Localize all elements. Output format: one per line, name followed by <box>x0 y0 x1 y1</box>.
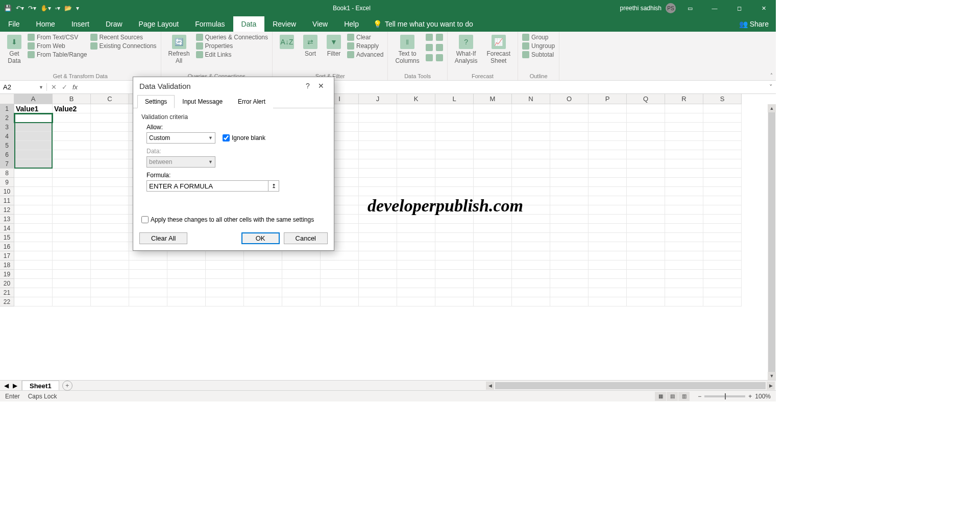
cell[interactable] <box>14 233 53 242</box>
undo-icon[interactable]: ↶▾ <box>16 5 24 12</box>
cell[interactable] <box>512 187 550 196</box>
qat-customize-icon[interactable]: ▾ <box>76 5 79 12</box>
column-header[interactable]: R <box>665 94 703 104</box>
redo-icon[interactable]: ↷▾ <box>28 5 36 12</box>
cell[interactable] <box>589 233 627 242</box>
cell[interactable] <box>474 261 512 270</box>
clear-filter[interactable]: Clear <box>347 34 383 41</box>
cell[interactable] <box>53 288 91 297</box>
cell[interactable] <box>282 251 321 261</box>
cell[interactable] <box>627 187 665 196</box>
cell[interactable] <box>665 205 703 215</box>
cell[interactable] <box>397 187 435 196</box>
cell[interactable] <box>627 150 665 159</box>
filter-button[interactable]: ▼Filter <box>324 34 344 58</box>
cell[interactable] <box>550 224 589 233</box>
cell[interactable] <box>550 132 589 141</box>
cell[interactable] <box>627 242 665 251</box>
collapse-ribbon-icon[interactable]: ˄ <box>770 73 773 78</box>
cell[interactable] <box>91 178 129 187</box>
cell[interactable] <box>474 270 512 279</box>
cell[interactable] <box>53 233 91 242</box>
cell[interactable] <box>282 288 321 297</box>
cell[interactable] <box>435 261 474 270</box>
tab-data[interactable]: Data <box>233 16 265 32</box>
cell[interactable] <box>359 233 397 242</box>
ignore-blank-checkbox[interactable] <box>223 134 230 141</box>
cell[interactable] <box>703 261 742 270</box>
cell[interactable] <box>627 196 665 205</box>
ungroup-button[interactable]: Ungroup <box>522 42 555 50</box>
cell[interactable] <box>589 279 627 288</box>
column-header[interactable]: B <box>53 94 91 104</box>
cell[interactable] <box>627 270 665 279</box>
cell[interactable] <box>627 169 665 178</box>
cell[interactable] <box>589 270 627 279</box>
cell[interactable] <box>512 123 550 132</box>
cell[interactable] <box>14 169 53 178</box>
column-header[interactable]: Q <box>627 94 665 104</box>
cell[interactable] <box>397 242 435 251</box>
cell[interactable] <box>435 159 474 169</box>
scroll-right-icon[interactable]: ▶ <box>767 382 775 390</box>
cell[interactable] <box>550 141 589 150</box>
cell[interactable] <box>53 159 91 169</box>
cell[interactable] <box>14 113 53 123</box>
cell[interactable] <box>665 150 703 159</box>
column-header[interactable]: K <box>397 94 435 104</box>
cell[interactable] <box>627 288 665 297</box>
cell[interactable] <box>512 224 550 233</box>
cell[interactable] <box>665 251 703 261</box>
cell[interactable] <box>435 150 474 159</box>
tab-view[interactable]: View <box>304 16 336 32</box>
zoom-control[interactable]: − + 100% <box>698 393 771 400</box>
column-header[interactable]: C <box>91 94 129 104</box>
cell[interactable] <box>91 150 129 159</box>
cell[interactable] <box>627 233 665 242</box>
cell[interactable] <box>550 159 589 169</box>
cell[interactable] <box>91 187 129 196</box>
cell[interactable] <box>359 178 397 187</box>
cell[interactable] <box>474 242 512 251</box>
cell[interactable] <box>627 159 665 169</box>
cell[interactable] <box>14 279 53 288</box>
from-text-csv[interactable]: From Text/CSV <box>28 34 87 41</box>
cell[interactable] <box>627 297 665 306</box>
cell[interactable] <box>512 150 550 159</box>
cell[interactable] <box>53 279 91 288</box>
cell[interactable] <box>53 196 91 205</box>
cell[interactable] <box>435 141 474 150</box>
cell[interactable]: Value1 <box>14 104 53 113</box>
cell[interactable] <box>14 261 53 270</box>
cell[interactable] <box>321 288 359 297</box>
row-header[interactable]: 1 <box>0 104 14 113</box>
cell[interactable] <box>321 261 359 270</box>
cell[interactable] <box>244 288 282 297</box>
scroll-left-icon[interactable]: ◀ <box>486 382 494 390</box>
cell[interactable] <box>627 215 665 224</box>
row-header[interactable]: 19 <box>0 270 14 279</box>
cell[interactable] <box>14 251 53 261</box>
cell[interactable] <box>435 187 474 196</box>
from-table-range[interactable]: From Table/Range <box>28 51 87 58</box>
cell[interactable] <box>129 297 167 306</box>
cell[interactable] <box>435 297 474 306</box>
cell[interactable] <box>397 215 435 224</box>
cell[interactable] <box>53 251 91 261</box>
cell[interactable] <box>665 288 703 297</box>
cell[interactable] <box>435 104 474 113</box>
cell[interactable] <box>91 113 129 123</box>
data-validation-icon[interactable] <box>426 54 433 61</box>
row-header[interactable]: 11 <box>0 196 14 205</box>
cell[interactable] <box>53 297 91 306</box>
cell[interactable] <box>589 242 627 251</box>
apply-all-checkbox[interactable] <box>141 216 149 223</box>
sheet-tab[interactable]: Sheet1 <box>22 381 59 390</box>
name-box[interactable]: A2 ▼ <box>0 83 47 91</box>
cell[interactable] <box>321 270 359 279</box>
cell[interactable] <box>550 215 589 224</box>
cell[interactable] <box>91 205 129 215</box>
cell[interactable] <box>550 113 589 123</box>
cell[interactable] <box>474 123 512 132</box>
cell[interactable] <box>359 150 397 159</box>
